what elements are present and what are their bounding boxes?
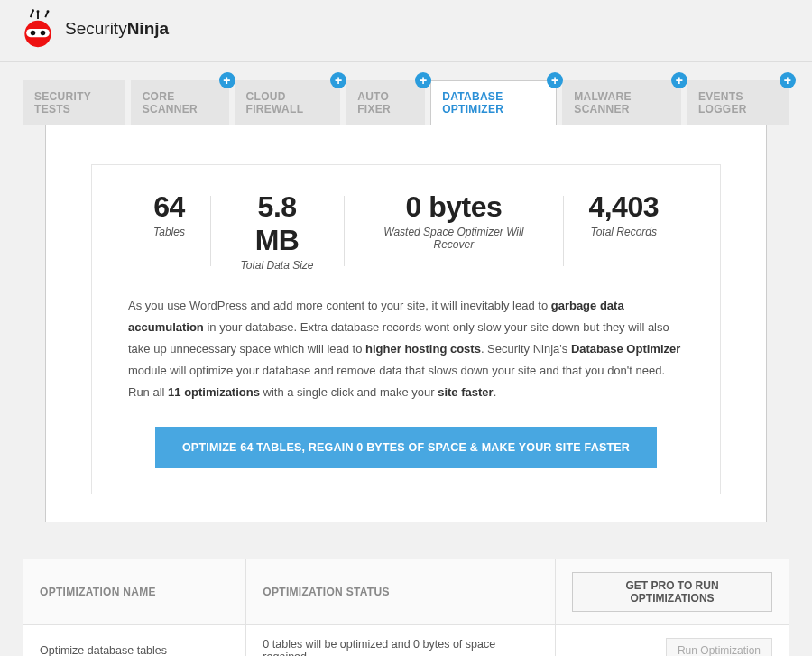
plus-icon: + <box>671 72 687 88</box>
tab-label: SECURITY TESTS <box>34 90 91 115</box>
svg-point-3 <box>41 31 46 36</box>
tab-malware-scanner[interactable]: MALWARE SCANNER + <box>562 80 681 125</box>
stat-total-records: 4,403 Total Records <box>563 190 684 272</box>
optimization-name: Optimize database tables <box>23 625 246 656</box>
plus-icon: + <box>780 72 796 88</box>
optimization-action: Run Optimization <box>556 625 789 656</box>
tab-label: DATABASE OPTIMIZER <box>442 90 503 115</box>
stat-value: 0 bytes <box>369 190 538 224</box>
intro-box: 64 Tables 5.8 MB Total Data Size 0 bytes… <box>91 164 721 494</box>
get-pro-button[interactable]: GET PRO TO RUN OPTIMIZATIONS <box>572 572 772 612</box>
tab-label: CORE SCANNER <box>143 90 198 115</box>
tab-database-optimizer[interactable]: DATABASE OPTIMIZER + <box>430 80 557 125</box>
svg-point-5 <box>47 10 50 13</box>
intro-paragraph: As you use WordPress and add more conten… <box>128 295 684 403</box>
stat-label: Tables <box>153 226 185 238</box>
tab-label: AUTO FIXER <box>357 90 391 115</box>
svg-point-4 <box>32 9 34 12</box>
tab-panel: 64 Tables 5.8 MB Total Data Size 0 bytes… <box>45 125 767 522</box>
run-optimization-button[interactable]: Run Optimization <box>666 638 772 656</box>
tab-label: CLOUD FIREWALL <box>246 90 304 115</box>
col-optimization-status: OPTIMIZATION STATUS <box>246 559 556 625</box>
ninja-icon <box>18 9 58 49</box>
plus-icon: + <box>415 72 431 88</box>
tab-auto-fixer[interactable]: AUTO FIXER + <box>346 80 425 125</box>
tab-events-logger[interactable]: EVENTS LOGGER + <box>687 80 789 125</box>
stat-tables: 64 Tables <box>128 190 210 272</box>
table-row: Optimize database tables0 tables will be… <box>23 625 789 656</box>
plus-icon: + <box>219 72 235 88</box>
optimization-status: 0 tables will be optimized and 0 bytes o… <box>246 625 556 656</box>
stat-label: Total Data Size <box>235 259 318 272</box>
stat-wasted-space: 0 bytes Wasted Space Optimizer Will Reco… <box>344 190 563 272</box>
stat-value: 4,403 <box>588 190 659 224</box>
stat-label: Total Records <box>588 226 659 238</box>
tab-cloud-firewall[interactable]: CLOUD FIREWALL + <box>235 80 341 125</box>
svg-rect-1 <box>26 29 50 37</box>
stat-value: 64 <box>153 190 185 224</box>
tab-core-scanner[interactable]: CORE SCANNER + <box>131 80 229 125</box>
col-optimization-name: OPTIMIZATION NAME <box>23 559 246 625</box>
tab-label: EVENTS LOGGER <box>698 90 747 115</box>
stat-value: 5.8 MB <box>235 190 318 257</box>
stats-row: 64 Tables 5.8 MB Total Data Size 0 bytes… <box>128 190 684 272</box>
main-tabs: SECURITY TESTS CORE SCANNER + CLOUD FIRE… <box>23 80 789 125</box>
stat-total-size: 5.8 MB Total Data Size <box>210 190 344 272</box>
stat-label: Wasted Space Optimizer Will Recover <box>369 226 538 251</box>
svg-point-2 <box>31 31 36 36</box>
tab-security-tests[interactable]: SECURITY TESTS <box>23 80 125 125</box>
svg-point-6 <box>37 10 40 13</box>
plus-icon: + <box>330 72 346 88</box>
app-header: SecurityNinja <box>0 0 812 62</box>
tab-label: MALWARE SCANNER <box>574 90 631 115</box>
brand-title: SecurityNinja <box>65 19 169 39</box>
optimizations-table: OPTIMIZATION NAME OPTIMIZATION STATUS GE… <box>23 559 789 656</box>
col-action: GET PRO TO RUN OPTIMIZATIONS <box>556 559 789 625</box>
plus-icon: + <box>547 72 563 88</box>
optimize-all-button[interactable]: OPTIMIZE 64 TABLES, REGAIN 0 BYTES OF SP… <box>155 427 657 468</box>
